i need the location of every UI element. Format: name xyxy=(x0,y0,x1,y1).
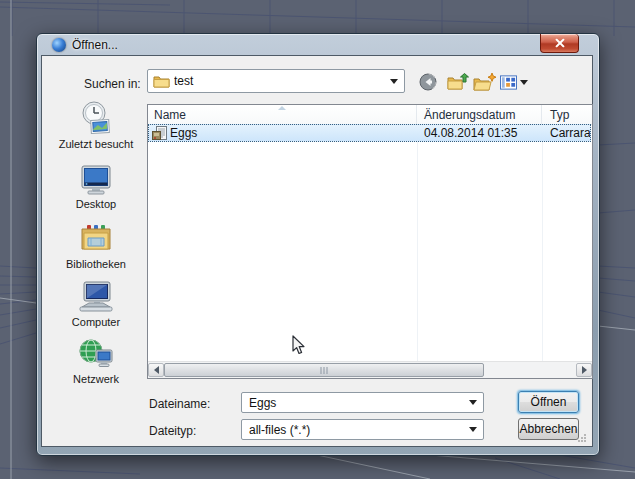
column-separator[interactable] xyxy=(542,124,543,362)
desktop-icon xyxy=(79,164,113,196)
sidebar-item-desktop[interactable]: Desktop xyxy=(50,164,142,210)
close-icon xyxy=(555,39,565,48)
filetype-combobox[interactable]: all-files (*.*) xyxy=(241,419,484,440)
resize-grip[interactable] xyxy=(578,434,586,442)
column-separator[interactable] xyxy=(417,124,418,362)
file-row-eggs[interactable]: Eggs 04.08.2014 01:35 Carrara Fil xyxy=(148,124,591,142)
sidebar-item-label: Bibliotheken xyxy=(50,258,142,270)
horizontal-scrollbar[interactable] xyxy=(148,361,592,378)
sidebar-item-label: Desktop xyxy=(50,198,142,210)
file-list: Name Änderungsdatum Typ xyxy=(147,104,593,379)
file-name: Eggs xyxy=(170,126,197,140)
computer-icon xyxy=(78,280,114,314)
new-folder-button[interactable] xyxy=(472,72,498,92)
scrollbar-grip-icon xyxy=(321,367,328,374)
back-icon xyxy=(419,73,437,91)
network-icon xyxy=(78,337,114,371)
up-one-level-button[interactable] xyxy=(446,72,470,92)
view-menu-icon xyxy=(500,75,517,90)
carrara-file-icon xyxy=(152,126,167,141)
look-in-combobox[interactable]: test xyxy=(147,69,405,93)
sort-ascending-icon xyxy=(278,106,286,110)
cancel-button[interactable]: Abbrechen xyxy=(518,418,579,440)
file-list-header: Name Änderungsdatum Typ xyxy=(148,105,592,125)
sidebar-item-label: Netzwerk xyxy=(50,373,142,385)
scroll-right-button[interactable] xyxy=(576,363,592,377)
filetype-label: Dateityp: xyxy=(149,424,196,438)
chevron-down-icon xyxy=(469,400,477,405)
file-type: Carrara Fil xyxy=(542,126,590,140)
arrow-right-icon xyxy=(582,366,587,374)
chevron-down-icon xyxy=(520,80,528,85)
close-button[interactable] xyxy=(540,34,579,53)
back-button[interactable] xyxy=(418,72,438,92)
window-title: Öffnen... xyxy=(72,38,118,52)
column-header-type[interactable]: Typ xyxy=(542,105,592,124)
dialog-client-area: Suchen in: test xyxy=(41,55,593,447)
chevron-down-icon xyxy=(469,427,477,432)
sidebar-item-label: Computer xyxy=(50,316,142,328)
recent-places-icon xyxy=(79,100,113,136)
up-one-level-icon xyxy=(447,73,469,91)
filename-combobox[interactable]: Eggs xyxy=(241,392,484,413)
view-menu-button[interactable] xyxy=(500,72,528,92)
folder-icon xyxy=(153,74,170,88)
new-folder-icon xyxy=(473,73,497,91)
scrollbar-thumb[interactable] xyxy=(164,363,484,377)
file-modified: 04.08.2014 01:35 xyxy=(417,126,542,140)
column-header-modified[interactable]: Änderungsdatum xyxy=(417,105,542,124)
sidebar-item-recent-places[interactable]: Zuletzt besucht xyxy=(50,100,142,150)
filename-value: Eggs xyxy=(242,396,463,410)
chevron-down-icon xyxy=(390,79,398,84)
filename-label: Dateiname: xyxy=(149,397,210,411)
arrow-left-icon xyxy=(154,366,159,374)
filetype-value: all-files (*.*) xyxy=(242,423,463,437)
sidebar-item-network[interactable]: Netzwerk xyxy=(50,337,142,385)
title-bar[interactable]: Öffnen... xyxy=(37,34,599,56)
sidebar-item-libraries[interactable]: Bibliotheken xyxy=(50,222,142,270)
open-dialog-window: Öffnen... Suchen in: test xyxy=(36,33,600,456)
open-button[interactable]: Öffnen xyxy=(518,391,579,413)
sidebar-item-computer[interactable]: Computer xyxy=(50,280,142,328)
app-icon xyxy=(52,38,66,52)
sidebar-item-label: Zuletzt besucht xyxy=(50,138,142,150)
scroll-left-button[interactable] xyxy=(148,363,164,377)
libraries-icon xyxy=(79,222,113,256)
look-in-label: Suchen in: xyxy=(84,77,141,91)
look-in-value: test xyxy=(174,74,384,88)
